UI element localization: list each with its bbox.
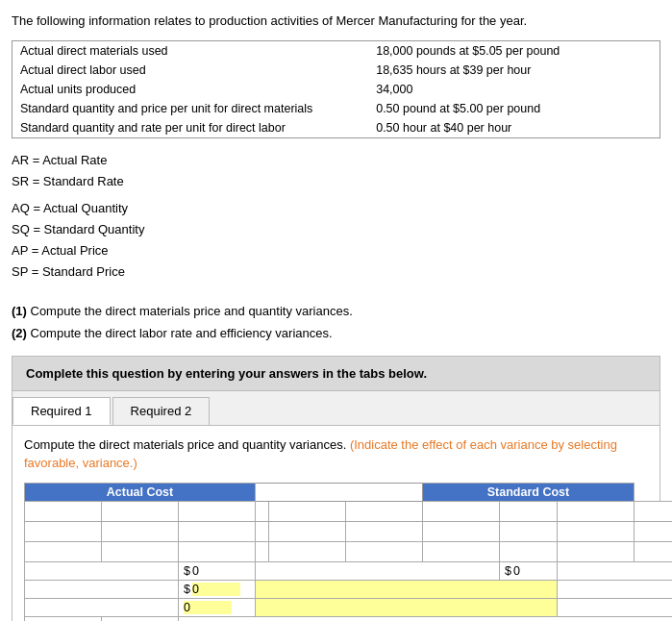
task-2: (2) Compute the direct labor rate and ef… [12,324,660,344]
cell-2-8[interactable] [634,521,672,541]
last-row [25,616,673,621]
cell-1-8[interactable] [634,501,672,521]
input-2-8[interactable] [639,524,672,539]
cell-1-2[interactable] [102,501,179,521]
info-row-5: Standard quantity and rate per unit for … [12,118,660,138]
input-1-4[interactable] [274,504,340,519]
input-3-6[interactable] [428,544,494,559]
input-2-5[interactable] [351,524,417,539]
var-input-1[interactable] [192,583,240,596]
input-2-2[interactable] [107,524,173,539]
cell-1-7[interactable] [557,501,634,521]
info-row-4: Standard quantity and price per unit for… [12,99,660,118]
var2-value-cell [179,598,256,616]
cell-2-5[interactable] [346,521,423,541]
input-3-7[interactable] [562,544,629,559]
info-value-4: 0.50 pound at $5.00 per pound [368,99,660,118]
input-2-3[interactable] [184,524,250,539]
total-input-1[interactable] [192,564,231,578]
cell-sep-1 [256,501,269,521]
info-label-2: Actual direct labor used [12,61,369,80]
def-aq: AQ = Actual Quantity [12,198,660,219]
input-1-2[interactable] [107,504,173,519]
info-label-5: Standard quantity and rate per unit for … [12,118,369,138]
info-value-5: 0.50 hour at $40 per hour [368,118,660,138]
tabs-container: Required 1 Required 2 Compute the direct… [12,391,660,621]
cell-2-4[interactable] [269,521,346,541]
input-2-1[interactable] [30,524,96,539]
cell-2-7[interactable] [557,521,634,541]
last-cell-1[interactable] [25,616,102,621]
variance-row-2 [25,598,673,616]
cell-1-1[interactable] [25,501,102,521]
input-1-7[interactable] [562,504,629,519]
tasks: (1) Compute the direct materials price a… [12,302,660,344]
tab-required-1[interactable]: Required 1 [12,397,111,425]
cell-3-5[interactable] [346,541,423,561]
cell-2-1[interactable] [25,521,102,541]
cell-1-6[interactable] [423,501,500,521]
def-sp: SP = Standard Price [12,261,660,283]
cell-2-6[interactable] [423,521,500,541]
variance-row-1: $ [25,580,673,598]
dollar-sign-2: $ [505,564,513,578]
var-yellow-2[interactable] [256,598,558,616]
cell-2-3[interactable] [179,521,256,541]
def-ap: AP = Actual Price [12,240,660,261]
total-input-2[interactable] [513,564,552,578]
tab1-instruction-orange: (Indicate the effect of each variance by… [24,437,617,471]
tab1-instruction: Compute the direct materials price and q… [24,435,648,473]
cell-3-4[interactable] [269,541,346,561]
cell-3-3[interactable] [179,541,256,561]
input-3-4[interactable] [274,544,340,559]
total-dollar-1: $ [179,561,256,580]
input-3-5[interactable] [351,544,417,559]
var2-spacer-1 [25,598,179,616]
cell-3-7[interactable] [557,541,634,561]
table-row-2 [25,521,673,541]
last-cell-2[interactable] [102,616,179,621]
input-1-1[interactable] [30,504,96,519]
input-1-5[interactable] [351,504,417,519]
var-select-1[interactable] [261,583,552,596]
cell-1-5[interactable] [346,501,423,521]
input-2-7[interactable] [562,524,629,539]
info-table: Actual direct materials used 18,000 poun… [12,40,660,138]
col-standard-cost: Standard Cost [423,483,635,501]
info-value-1: 18,000 pounds at $5.05 per pound [368,40,660,61]
tab1-content: Compute the direct materials price and q… [12,426,660,621]
cell-2-2[interactable] [102,521,179,541]
info-label-1: Actual direct materials used [12,40,369,61]
info-row-2: Actual direct labor used 18,635 hours at… [12,61,660,80]
input-3-2[interactable] [107,544,173,559]
var-yellow-1[interactable] [256,580,558,598]
cell-1-3[interactable] [179,501,256,521]
input-2-6[interactable] [428,524,494,539]
col-actual-cost: Actual Cost [25,483,256,501]
cell-1-4[interactable] [269,501,346,521]
intro-description: The following information relates to pro… [12,12,660,31]
variance-table: Actual Cost Standard Cost [24,483,672,621]
definitions: AR = Actual Rate SR = Standard Rate AQ =… [12,150,660,284]
table-row-3 [25,541,673,561]
cell-3-8[interactable] [634,541,672,561]
cell-sep-2 [500,501,558,521]
var2-spacer-2 [557,598,672,616]
input-1-6[interactable] [428,504,494,519]
cell-3-2[interactable] [102,541,179,561]
tab-required-2[interactable]: Required 2 [112,397,211,425]
cell-3-6[interactable] [423,541,500,561]
input-1-3[interactable] [184,504,250,519]
input-1-8[interactable] [639,504,672,519]
def-sq: SQ = Standard Quantity [12,219,660,240]
input-3-8[interactable] [639,544,672,559]
cell-3-1[interactable] [25,541,102,561]
cell-sep-3 [256,521,269,541]
total-spacer-3 [557,561,672,580]
input-3-1[interactable] [30,544,96,559]
var-input-2[interactable] [184,601,232,614]
input-3-3[interactable] [184,544,250,559]
input-2-4[interactable] [274,524,340,539]
var-select-2[interactable] [261,601,552,614]
info-value-2: 18,635 hours at $39 per hour [368,61,660,80]
